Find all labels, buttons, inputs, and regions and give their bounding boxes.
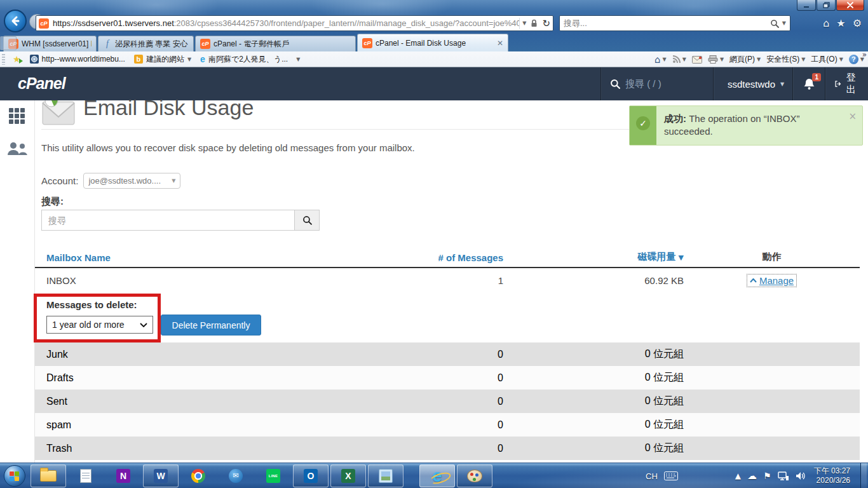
- logout-label: 登出: [846, 72, 859, 96]
- safety-menu-label: 安全性(S): [766, 54, 799, 65]
- mailbox-table: Mailbox Name # of Messages 磁碟用量 ▼ 動作 INB…: [35, 251, 860, 460]
- table-row-sent: Sent 0 0 位元組: [35, 390, 860, 413]
- settings-gear-icon[interactable]: ⚙: [853, 17, 862, 29]
- url-dropdown-icon[interactable]: ▼: [522, 20, 526, 26]
- mailbox-search-row: [41, 210, 320, 231]
- apps-grid-icon[interactable]: [9, 108, 25, 125]
- refresh-icon[interactable]: ↻: [542, 18, 550, 29]
- favorites-star-icon[interactable]: ★: [836, 17, 845, 29]
- account-select-value: joe@ssdtest.wdo....: [88, 176, 172, 186]
- taskbar-line-button[interactable]: LINE: [255, 464, 291, 487]
- mailbox-search-input[interactable]: [41, 210, 294, 231]
- toolbar-overflow-icon[interactable]: »: [862, 50, 867, 59]
- username: ssdtestwdo: [728, 79, 775, 90]
- page-heading: Email Disk Usage: [41, 100, 632, 130]
- tab-close-icon[interactable]: ✕: [493, 39, 503, 48]
- new-tab-button[interactable]: [0, 36, 17, 50]
- user-menu[interactable]: ssdtestwdo ▼: [713, 67, 792, 100]
- notifications-button[interactable]: 1: [792, 67, 825, 100]
- users-icon[interactable]: [6, 141, 28, 156]
- show-hidden-icons[interactable]: ▲: [735, 471, 741, 480]
- cpanel-favicon: cP: [39, 18, 49, 29]
- sort-desc-icon: ▼: [679, 254, 684, 262]
- favorite-news[interactable]: e 南阿蘇で2人発見、う... ▼: [196, 53, 304, 66]
- quick-icons: ⌂ ★ ⚙: [823, 17, 862, 29]
- mailbox-search-button[interactable]: [294, 210, 320, 231]
- taskbar-notepad-button[interactable]: [68, 464, 104, 487]
- disk-usage: 0 位元組: [503, 395, 684, 408]
- tab-site[interactable]: f 泌尿科推薦 專業 安心 - 台中安...: [98, 36, 194, 51]
- taskbar-explorer-button[interactable]: [31, 464, 66, 487]
- table-row-junk: Junk 0 0 位元組: [35, 342, 860, 366]
- account-select[interactable]: joe@ssdtest.wdo.... ▼: [83, 173, 180, 189]
- alert-close-icon[interactable]: ×: [848, 110, 857, 123]
- page-menu[interactable]: 網頁(P)▼: [729, 54, 761, 65]
- table-row-trash: Trash 0 0 位元組: [35, 437, 860, 460]
- language-indicator[interactable]: CH: [646, 471, 658, 481]
- action-center-flag-icon[interactable]: ⚑: [763, 471, 771, 481]
- tab-email-disk-usage[interactable]: cP cPanel - Email Disk Usage ✕: [357, 34, 508, 51]
- tab-email-accounts[interactable]: cP cPanel - 電子郵件帳戶: [195, 36, 356, 51]
- col-disk-usage[interactable]: 磁碟用量 ▼: [503, 251, 684, 263]
- home-icon[interactable]: ⌂: [823, 17, 829, 29]
- taskbar-outlook-button[interactable]: O: [293, 464, 329, 487]
- start-button[interactable]: [4, 465, 25, 487]
- windows-flag-icon: [10, 471, 20, 481]
- sidebar: [0, 100, 35, 463]
- email-disk-usage-icon: [41, 100, 77, 128]
- home-menu-button[interactable]: ⌂▼: [654, 54, 667, 65]
- col-messages[interactable]: # of Messages: [402, 252, 503, 263]
- favorite-suggested-sites[interactable]: b 建議的網站 ▼: [130, 53, 196, 66]
- account-label: Account:: [41, 175, 78, 186]
- favorite-worldtime[interactable]: http--www.worldtimebu...: [25, 53, 130, 66]
- outlook-icon: O: [304, 469, 318, 483]
- feeds-button[interactable]: ▼: [672, 55, 686, 64]
- browser-search-box[interactable]: ▼: [559, 15, 790, 31]
- show-desktop-button[interactable]: [860, 463, 867, 488]
- taskbar-word-button[interactable]: W: [143, 464, 179, 487]
- back-arrow-icon: [10, 15, 21, 27]
- tools-menu[interactable]: 工具(O)▼: [811, 54, 843, 65]
- read-mail-button[interactable]: [692, 56, 702, 64]
- taskbar-excel-button[interactable]: X: [330, 464, 366, 487]
- browser-search-input[interactable]: [564, 18, 770, 28]
- suggested-sites-icon: b: [134, 55, 143, 64]
- onedrive-cloud-icon[interactable]: ☁: [747, 470, 757, 482]
- col-mailbox-name[interactable]: Mailbox Name: [35, 252, 402, 263]
- keyboard-icon[interactable]: [664, 471, 678, 480]
- restore-button[interactable]: [817, 0, 836, 11]
- cpanel-logo[interactable]: cPanel: [18, 74, 65, 93]
- logout-icon: [834, 79, 841, 89]
- search-dropdown-icon[interactable]: ▼: [782, 20, 786, 26]
- volume-icon[interactable]: [796, 471, 805, 480]
- minimize-button[interactable]: [797, 0, 816, 11]
- favorite-label: 南阿蘇で2人発見、う...: [208, 54, 288, 65]
- cpanel-favicon: cP: [200, 39, 210, 49]
- chrome-icon: [191, 469, 205, 483]
- manage-link[interactable]: Manage: [747, 274, 797, 287]
- taskbar-onenote-button[interactable]: N: [105, 464, 141, 487]
- add-favorite-button[interactable]: ★: [8, 53, 25, 66]
- mailbox-name: Junk: [35, 349, 402, 360]
- taskbar-chrome-button[interactable]: [180, 464, 216, 487]
- print-button[interactable]: ▼: [708, 55, 724, 64]
- printer-icon: [708, 55, 718, 64]
- search-icon[interactable]: [770, 19, 779, 28]
- tab-label: cPanel - 電子郵件帳戶: [214, 39, 289, 50]
- back-button[interactable]: [4, 10, 27, 32]
- logout-button[interactable]: 登出: [825, 67, 868, 100]
- cpanel-search[interactable]: 搜尋 ( / ): [600, 67, 713, 100]
- taskbar-ie-button[interactable]: e: [419, 464, 455, 487]
- taskbar-thunderbird-button[interactable]: ✉: [218, 464, 254, 487]
- message-count: 1: [402, 275, 503, 286]
- taskbar-paint-button[interactable]: [457, 464, 492, 487]
- delete-permanently-button[interactable]: Delete Permanently: [161, 315, 261, 336]
- tab-whm[interactable]: cP WHM [ssdserver01] List acco...: [3, 36, 97, 51]
- address-bar[interactable]: cP https://ssdserver01.twservers.net:208…: [36, 15, 553, 31]
- taskbar-photos-button[interactable]: [368, 464, 403, 487]
- safety-menu[interactable]: 安全性(S)▼: [766, 54, 805, 65]
- network-icon[interactable]: [778, 471, 789, 481]
- close-button[interactable]: [836, 0, 864, 11]
- clock[interactable]: 下午 03:272020/3/26: [814, 466, 850, 485]
- message-count: 0: [402, 349, 503, 360]
